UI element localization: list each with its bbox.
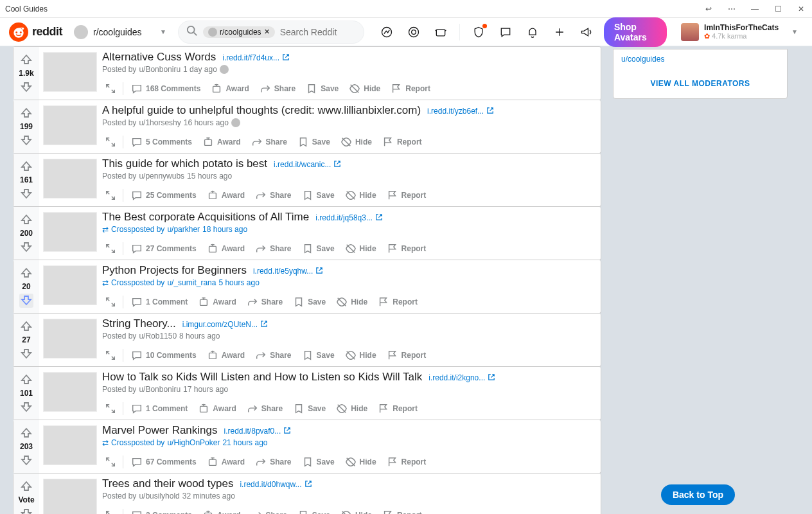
post-title[interactable]: Python Projects for Beginners [102,264,247,277]
save-button[interactable]: Save [298,347,339,364]
report-button[interactable]: Report [378,134,426,150]
hide-button[interactable]: Hide [341,187,380,204]
save-button[interactable]: Save [294,507,334,514]
upvote-button[interactable] [19,105,33,120]
award-button[interactable]: Award [203,240,249,257]
upvote-button[interactable] [19,52,33,66]
post-author[interactable]: u/busilyhold [139,492,179,501]
user-menu[interactable]: ImInThisForTheCats ✿4.7k karma ▼ [676,22,803,42]
award-button[interactable]: Award [203,187,249,204]
post[interactable]: 161 This guide for which potato is best … [13,154,601,207]
upvote-button[interactable] [19,265,33,279]
post-author[interactable]: u/HighOnPoker [167,438,220,447]
comments-button[interactable]: 1 Comment [127,400,191,417]
expand-icon[interactable] [102,347,119,364]
shop-avatars-button[interactable]: Shop Avatars [604,17,667,47]
comments-button[interactable]: 25 Comments [127,187,200,204]
post-author[interactable]: u/pennywubs [139,172,184,181]
hide-button[interactable]: Hide [337,507,376,514]
expand-icon[interactable] [102,240,119,257]
share-button[interactable]: Share [256,80,299,97]
post-outbound-link[interactable]: i.redd.it/wcanic... [274,160,341,170]
create-post-icon[interactable] [549,21,570,43]
moderation-icon[interactable] [468,21,490,43]
post[interactable]: 101 How to Talk so Kids Will Listen and … [13,367,601,420]
upvote-button[interactable] [19,159,33,173]
post-author[interactable]: u/Bonboniru [139,65,181,74]
hide-button[interactable]: Hide [332,294,371,310]
hide-button[interactable]: Hide [341,347,380,364]
hide-button[interactable]: Hide [337,134,376,150]
post-outbound-link[interactable]: i.redd.it/d0hwqw... [240,480,312,490]
downvote-button[interactable] [19,454,33,468]
hide-button[interactable]: Hide [345,80,384,97]
share-button[interactable]: Share [247,134,291,150]
more-icon[interactable]: ⋯ [726,4,737,13]
downvote-button[interactable] [19,134,33,148]
hide-button[interactable]: Hide [332,400,371,417]
coins-icon[interactable] [403,21,425,43]
post[interactable]: Vote Trees and their wood types i.redd.i… [13,474,601,514]
close-icon[interactable]: ✕ [795,4,807,13]
award-button[interactable]: Award [199,507,244,514]
award-badge-icon[interactable] [231,118,240,127]
comments-button[interactable]: 67 Comments [127,454,200,470]
downvote-button[interactable] [19,294,33,308]
comments-button[interactable]: 27 Comments [127,240,200,257]
comments-button[interactable]: 168 Comments [127,80,204,97]
report-button[interactable]: Report [383,347,430,364]
save-button[interactable]: Save [298,454,339,470]
post-outbound-link[interactable]: i.redd.it/e5yqhw... [253,267,323,276]
post-thumbnail[interactable] [43,372,97,412]
post-thumbnail[interactable] [43,52,97,92]
back-to-top-button[interactable]: Back to Top [661,484,735,505]
upvote-button[interactable] [19,212,33,226]
post-thumbnail[interactable] [43,105,97,145]
report-button[interactable]: Report [374,294,421,310]
save-button[interactable]: Save [289,294,330,310]
post-outbound-link[interactable]: i.redd.it/jq58q3... [315,213,383,223]
post-title[interactable]: This guide for which potato is best [102,157,267,170]
post[interactable]: 200 The Best corporate Acquisitions of A… [13,207,601,260]
post-outbound-link[interactable]: i.redd.it/8pvaf0... [224,427,292,436]
award-button[interactable]: Award [203,454,249,470]
downvote-button[interactable] [19,80,33,94]
community-picker[interactable]: r/coolguides ▼ [69,22,172,42]
expand-icon[interactable] [102,294,119,310]
post-author[interactable]: u/Rob1150 [139,332,177,341]
post[interactable]: 20 Python Projects for Beginners i.redd.… [13,260,601,314]
post[interactable]: 27 String Theory... i.imgur.com/zQUteN..… [13,314,601,367]
post-outbound-link[interactable]: i.redd.it/yzb6ef... [427,107,494,116]
report-button[interactable]: Report [378,507,426,514]
hide-button[interactable]: Hide [341,240,380,257]
post-outbound-link[interactable]: i.redd.it/f7d4ux... [222,53,290,63]
post-author[interactable]: u/Bonboniru [139,385,181,394]
post-title[interactable]: Marvel Power Rankings [102,424,218,437]
post-title[interactable]: A helpful guide to unhelpful thoughts (c… [102,104,421,117]
post-author[interactable]: u/_sumit_rana [167,278,216,287]
comments-button[interactable]: 2 Comments [127,507,196,514]
post-author[interactable]: u/parkher [167,225,200,234]
post-thumbnail[interactable] [43,319,97,359]
award-button[interactable]: Award [194,400,240,417]
moderator-link[interactable]: u/coolguides [621,55,779,64]
share-button[interactable]: Share [247,507,291,514]
share-button[interactable]: Share [243,294,287,310]
post-title[interactable]: How to Talk so Kids Will Listen and How … [102,371,422,384]
expand-icon[interactable] [102,80,119,97]
happening-now-icon[interactable] [430,21,452,43]
downvote-button[interactable] [19,347,33,361]
expand-icon[interactable] [102,454,119,470]
report-button[interactable]: Report [374,400,421,417]
comments-button[interactable]: 10 Comments [127,347,200,364]
reddit-logo[interactable]: reddit [9,22,62,42]
expand-icon[interactable] [102,187,119,204]
report-button[interactable]: Report [383,454,430,470]
post-thumbnail[interactable] [43,265,97,305]
save-button[interactable]: Save [294,134,334,150]
post[interactable]: 1.9k Alternative Cuss Words i.redd.it/f7… [13,46,601,100]
report-button[interactable]: Report [383,187,430,204]
post-thumbnail[interactable] [43,479,97,514]
expand-icon[interactable] [102,507,119,514]
view-all-moderators[interactable]: VIEW ALL MODERATORS [621,79,779,88]
